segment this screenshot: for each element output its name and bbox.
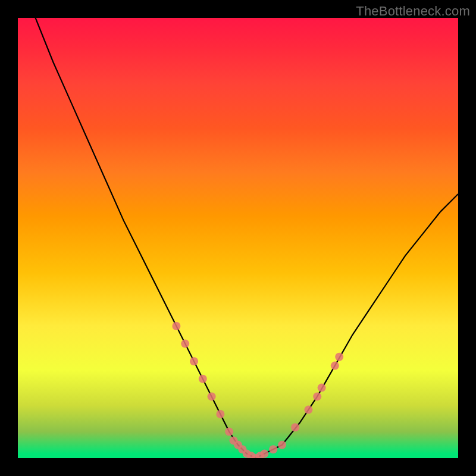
marker-point — [304, 406, 312, 414]
marker-point — [318, 384, 326, 392]
highlight-markers — [172, 322, 343, 458]
marker-point — [225, 428, 233, 436]
marker-point — [278, 441, 286, 449]
marker-point — [216, 410, 224, 418]
bottleneck-curve — [18, 18, 458, 458]
marker-point — [313, 392, 321, 400]
marker-point — [335, 353, 343, 361]
marker-point — [199, 375, 207, 383]
marker-point — [190, 357, 198, 365]
marker-point — [269, 445, 277, 453]
plot-area — [18, 18, 458, 458]
marker-point — [260, 450, 268, 458]
marker-point — [208, 392, 216, 400]
marker-point — [291, 423, 299, 431]
marker-point — [172, 322, 180, 330]
watermark-text: TheBottleneck.com — [356, 4, 470, 19]
chart-svg — [18, 18, 458, 458]
marker-point — [331, 362, 339, 370]
chart-frame: TheBottleneck.com — [0, 0, 476, 476]
marker-point — [181, 340, 189, 348]
